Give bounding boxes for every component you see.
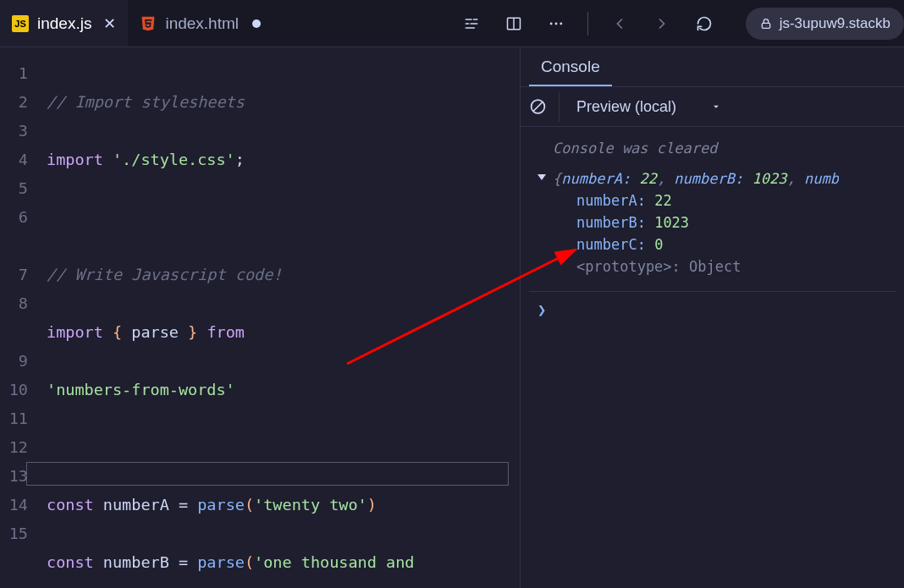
top-toolbar: js-3upuw9.stackb (455, 0, 904, 47)
devtools-panel: Console Preview (local) Console was clea… (520, 47, 904, 588)
unsaved-dot-icon (252, 19, 261, 28)
svg-rect-10 (762, 23, 769, 28)
prettier-icon[interactable] (455, 8, 488, 40)
code-editor[interactable]: 1 2 3 4 5 6 7 8 9 10 11 12 13 14 15 // I… (0, 47, 520, 588)
url-text: js-3upuw9.stackb (780, 15, 890, 32)
tab-label: index.js (37, 14, 91, 33)
console-prompt[interactable]: ❯ (529, 291, 896, 321)
forward-icon[interactable] (646, 8, 678, 40)
object-prop: numberB: 1023 (529, 212, 896, 234)
object-prop: numberC: 0 (529, 234, 896, 256)
object-prototype[interactable]: <prototype>: Object (529, 256, 896, 278)
line-gutter: 1 2 3 4 5 6 7 8 9 10 11 12 13 14 15 (0, 59, 47, 588)
url-bar[interactable]: js-3upuw9.stackb (746, 8, 904, 40)
more-icon[interactable] (540, 8, 572, 40)
selection-box (26, 462, 509, 486)
tab-index-js[interactable]: JS index.js ✕ (0, 0, 128, 47)
console-toolbar: Preview (local) (521, 86, 904, 127)
console-output[interactable]: Console was cleared {numberA: 22, number… (521, 127, 904, 588)
html-file-icon (140, 15, 157, 32)
back-icon[interactable] (604, 8, 636, 40)
code-content[interactable]: // Import stylesheets import './style.cs… (47, 59, 520, 588)
console-log-object[interactable]: {numberA: 22, numberB: 1023, numb (529, 168, 896, 190)
console-cleared-msg: Console was cleared (529, 137, 896, 159)
svg-point-7 (549, 23, 552, 25)
tab-label: index.html (165, 14, 239, 33)
clear-console-button[interactable] (529, 91, 559, 122)
expand-caret-icon[interactable] (537, 174, 546, 180)
divider (587, 12, 588, 36)
object-summary: {numberA: 22, numberB: 1023, numb (553, 168, 839, 190)
close-icon[interactable]: ✕ (103, 14, 116, 33)
svg-point-9 (559, 23, 562, 25)
main: 1 2 3 4 5 6 7 8 9 10 11 12 13 14 15 // I… (0, 47, 904, 588)
panel-tabs: Console (521, 47, 904, 86)
object-prop: numberA: 22 (529, 190, 896, 212)
js-file-icon: JS (12, 15, 29, 32)
tab-index-html[interactable]: index.html (128, 0, 273, 47)
chevron-down-icon (710, 101, 722, 113)
reload-icon[interactable] (688, 8, 720, 40)
context-label: Preview (local) (576, 98, 676, 116)
split-editor-icon[interactable] (498, 8, 530, 40)
context-select[interactable]: Preview (local) (570, 95, 729, 119)
svg-point-8 (554, 23, 557, 25)
tab-console[interactable]: Console (529, 49, 612, 86)
lock-icon (759, 17, 773, 30)
svg-line-12 (533, 102, 543, 112)
